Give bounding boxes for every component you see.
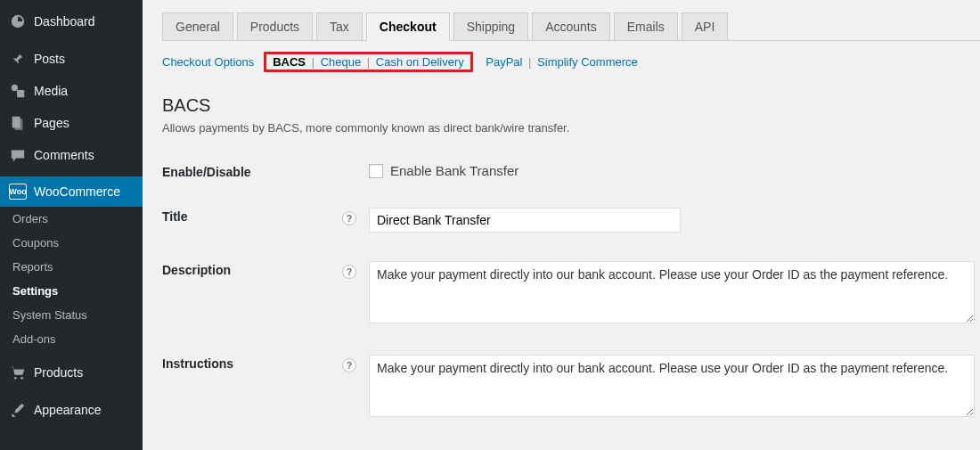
sidebar-item-posts[interactable]: Posts (0, 43, 143, 75)
sidebar-item-label: Posts (34, 52, 65, 66)
sidebar-item-woocommerce[interactable]: Woo WooCommerce (0, 176, 143, 207)
cart-icon (9, 364, 27, 381)
tab-api[interactable]: API (682, 12, 729, 40)
title-input[interactable] (369, 208, 681, 233)
pages-icon (9, 114, 27, 132)
tab-emails[interactable]: Emails (614, 12, 678, 40)
highlight-box: BACS | Cheque | Cash on Delivery (264, 52, 473, 72)
sidebar-item-comments[interactable]: Comments (0, 139, 143, 171)
svg-rect-1 (17, 90, 24, 97)
sidebar-item-media[interactable]: Media (0, 75, 143, 107)
sidebar-item-dashboard[interactable]: Dashboard (0, 5, 143, 37)
enable-checkbox[interactable] (369, 164, 383, 178)
title-label: Title (162, 209, 188, 224)
row-enable-disable: Enable/Disable Enable Bank Transfer (162, 154, 980, 199)
sidebar-item-label: Dashboard (34, 14, 95, 29)
woo-icon: Woo (9, 184, 27, 200)
sidebar-sub-coupons[interactable]: Coupons (0, 231, 143, 255)
help-icon[interactable]: ? (342, 358, 356, 372)
svg-point-4 (14, 377, 17, 380)
sidebar-item-products[interactable]: Products (0, 356, 143, 389)
sidebar-item-pages[interactable]: Pages (0, 107, 143, 139)
instructions-textarea[interactable] (369, 355, 975, 417)
page-heading: BACS (162, 95, 980, 116)
tab-accounts[interactable]: Accounts (532, 12, 610, 40)
settings-tabs: General Products Tax Checkout Shipping A… (162, 12, 980, 41)
row-instructions: Instructions ? (162, 346, 980, 439)
tab-tax[interactable]: Tax (316, 12, 363, 40)
row-description: Description ? (162, 252, 980, 346)
checkout-subnav: Checkout Options BACS | Cheque | Cash on… (162, 41, 980, 79)
sidebar-sub-system-status[interactable]: System Status (0, 303, 143, 327)
subnav-cheque[interactable]: Cheque (321, 55, 362, 69)
sidebar-item-appearance[interactable]: Appearance (0, 394, 143, 426)
sidebar-item-label: WooCommerce (34, 184, 120, 199)
subnav-checkout-options[interactable]: Checkout Options (162, 55, 254, 69)
main-content: General Products Tax Checkout Shipping A… (143, 0, 980, 450)
enable-checkbox-label[interactable]: Enable Bank Transfer (369, 163, 980, 178)
sidebar-item-label: Appearance (34, 403, 102, 417)
sidebar-item-label: Pages (34, 116, 69, 130)
sidebar-sub-add-ons[interactable]: Add-ons (0, 327, 143, 351)
description-label: Description (162, 263, 231, 277)
sidebar-item-label: Media (34, 84, 68, 98)
page-description: Allows payments by BACS, more commonly k… (162, 121, 980, 135)
svg-rect-3 (14, 119, 22, 131)
sidebar-item-label: Comments (34, 148, 94, 162)
subnav-bacs[interactable]: BACS (273, 55, 306, 69)
row-title: Title ? (162, 199, 980, 252)
help-icon[interactable]: ? (342, 265, 356, 279)
enable-disable-label: Enable/Disable (162, 165, 251, 179)
tab-products[interactable]: Products (237, 12, 313, 40)
subnav-paypal[interactable]: PayPal (486, 55, 522, 69)
subnav-simplify-commerce[interactable]: Simplify Commerce (537, 55, 638, 69)
tab-general[interactable]: General (162, 12, 233, 40)
subnav-cash-on-delivery[interactable]: Cash on Delivery (376, 55, 464, 69)
comments-icon (9, 146, 27, 164)
sidebar-sub-settings[interactable]: Settings (0, 279, 143, 303)
admin-sidebar: Dashboard Posts Media Pages Comments (0, 0, 143, 450)
sidebar-sub-orders[interactable]: Orders (0, 207, 143, 231)
dashboard-icon (9, 12, 27, 30)
sidebar-item-label: Products (34, 365, 83, 380)
brush-icon (9, 401, 27, 419)
tab-checkout[interactable]: Checkout (366, 12, 450, 41)
tab-shipping[interactable]: Shipping (453, 12, 529, 40)
pin-icon (9, 50, 27, 68)
help-icon[interactable]: ? (342, 211, 356, 225)
instructions-label: Instructions (162, 356, 233, 371)
media-icon (9, 82, 27, 100)
enable-checkbox-text: Enable Bank Transfer (390, 163, 519, 178)
svg-point-5 (20, 377, 23, 380)
svg-point-0 (12, 85, 18, 91)
description-textarea[interactable] (369, 261, 975, 323)
sidebar-sub-reports[interactable]: Reports (0, 255, 143, 279)
